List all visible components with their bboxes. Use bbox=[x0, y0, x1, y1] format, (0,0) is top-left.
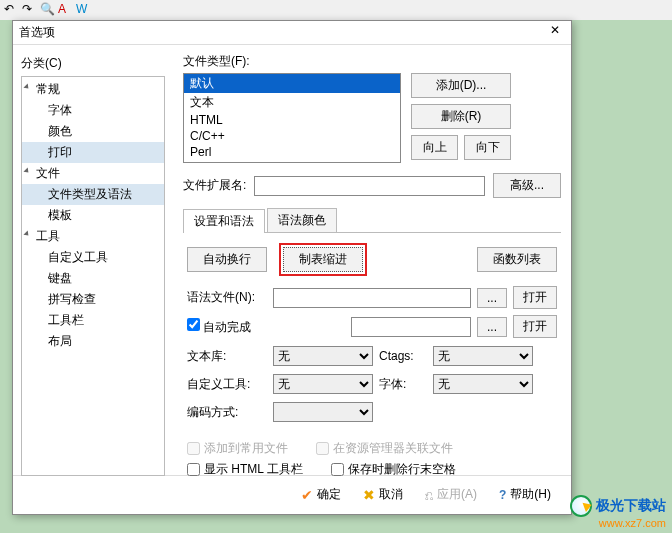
toolbar-icon[interactable]: ↶ bbox=[4, 2, 20, 18]
tree-item-spellcheck[interactable]: 拼写检查 bbox=[22, 289, 164, 310]
tree-item-filetype-syntax[interactable]: 文件类型及语法 bbox=[22, 184, 164, 205]
toolbar-icon[interactable]: ↷ bbox=[22, 2, 38, 18]
title-bar: 首选项 ✕ bbox=[13, 21, 571, 45]
cancel-button[interactable]: ✖ 取消 bbox=[363, 486, 403, 503]
grammar-file-label: 语法文件(N): bbox=[187, 289, 267, 306]
highlight-box: 制表缩进 bbox=[279, 243, 367, 276]
add-common-checkbox: 添加到常用文件 bbox=[187, 440, 288, 457]
font-label: 字体: bbox=[379, 376, 427, 393]
tree-item-color[interactable]: 颜色 bbox=[22, 121, 164, 142]
ext-input[interactable] bbox=[254, 176, 485, 196]
toolbar-icon[interactable]: W bbox=[76, 2, 92, 18]
tab-colors[interactable]: 语法颜色 bbox=[267, 208, 337, 232]
tree-item-file[interactable]: 文件 bbox=[22, 163, 164, 184]
filetype-listbox[interactable]: 默认 文本 HTML C/C++ Perl bbox=[183, 73, 401, 163]
filetype-label: 文件类型(F): bbox=[183, 53, 561, 70]
tree-item-layout[interactable]: 布局 bbox=[22, 331, 164, 352]
check-icon: ✔ bbox=[301, 487, 313, 503]
tree-item-font[interactable]: 字体 bbox=[22, 100, 164, 121]
add-button[interactable]: 添加(D)... bbox=[411, 73, 511, 98]
auto-complete-input[interactable] bbox=[187, 318, 200, 331]
list-item[interactable]: 文本 bbox=[184, 93, 400, 112]
grammar-file-input[interactable] bbox=[273, 288, 471, 308]
settings-pane: 文件类型(F): 默认 文本 HTML C/C++ Perl 添加(D)... … bbox=[173, 45, 571, 475]
category-pane: 分类(C) 常规 字体 颜色 打印 文件 文件类型及语法 模板 工具 自定义工具… bbox=[13, 45, 173, 475]
list-item[interactable]: 默认 bbox=[184, 74, 400, 93]
list-item[interactable]: C/C++ bbox=[184, 128, 400, 144]
help-icon: ? bbox=[499, 488, 506, 502]
tree-item-general[interactable]: 常规 bbox=[22, 79, 164, 100]
category-label: 分类(C) bbox=[21, 55, 165, 72]
tab-indent-button[interactable]: 制表缩进 bbox=[283, 247, 363, 272]
tree-item-tools[interactable]: 工具 bbox=[22, 226, 164, 247]
category-tree[interactable]: 常规 字体 颜色 打印 文件 文件类型及语法 模板 工具 自定义工具 键盘 拼写… bbox=[21, 76, 165, 476]
preferences-dialog: 首选项 ✕ 分类(C) 常规 字体 颜色 打印 文件 文件类型及语法 模板 工具… bbox=[12, 20, 572, 515]
tree-item-custom-tools[interactable]: 自定义工具 bbox=[22, 247, 164, 268]
trim-trailing-checkbox[interactable]: 保存时删除行末空格 bbox=[331, 461, 456, 478]
dialog-title: 首选项 bbox=[19, 24, 55, 41]
toolbar-icon[interactable]: 🔍 bbox=[40, 2, 56, 18]
app-toolbar: ↶ ↷ 🔍 A W bbox=[0, 0, 672, 20]
font-select[interactable]: 无 bbox=[433, 374, 533, 394]
auto-complete-file-input[interactable] bbox=[351, 317, 471, 337]
apply-icon: ⎌ bbox=[425, 487, 433, 503]
text-lib-select[interactable]: 无 bbox=[273, 346, 373, 366]
tab-panel-settings: 自动换行 制表缩进 函数列表 语法文件(N): ... 打开 bbox=[183, 233, 561, 482]
custom-tool-label: 自定义工具: bbox=[187, 376, 267, 393]
x-icon: ✖ bbox=[363, 487, 375, 503]
list-item[interactable]: Perl bbox=[184, 144, 400, 160]
open-autocomplete-button[interactable]: 打开 bbox=[513, 315, 557, 338]
close-icon[interactable]: ✕ bbox=[545, 23, 565, 43]
toolbar-icon[interactable]: A bbox=[58, 2, 74, 18]
delete-button[interactable]: 删除(R) bbox=[411, 104, 511, 129]
tab-settings[interactable]: 设置和语法 bbox=[183, 209, 265, 233]
tree-item-toolbar[interactable]: 工具栏 bbox=[22, 310, 164, 331]
auto-complete-checkbox[interactable]: 自动完成 bbox=[187, 318, 251, 336]
help-button[interactable]: ? 帮助(H) bbox=[499, 486, 551, 503]
open-grammar-button[interactable]: 打开 bbox=[513, 286, 557, 309]
advanced-button[interactable]: 高级... bbox=[493, 173, 561, 198]
browse-grammar-button[interactable]: ... bbox=[477, 288, 507, 308]
tree-item-keyboard[interactable]: 键盘 bbox=[22, 268, 164, 289]
apply-button: ⎌ 应用(A) bbox=[425, 486, 477, 503]
tree-item-print[interactable]: 打印 bbox=[22, 142, 164, 163]
encoding-select[interactable] bbox=[273, 402, 373, 422]
custom-tool-select[interactable]: 无 bbox=[273, 374, 373, 394]
tabs: 设置和语法 语法颜色 bbox=[183, 208, 561, 233]
list-item[interactable]: HTML bbox=[184, 112, 400, 128]
function-list-button[interactable]: 函数列表 bbox=[477, 247, 557, 272]
tree-item-template[interactable]: 模板 bbox=[22, 205, 164, 226]
ok-button[interactable]: ✔ 确定 bbox=[301, 486, 341, 503]
encoding-label: 编码方式: bbox=[187, 404, 267, 421]
auto-wrap-button[interactable]: 自动换行 bbox=[187, 247, 267, 272]
ctags-select[interactable]: 无 bbox=[433, 346, 533, 366]
ext-label: 文件扩展名: bbox=[183, 177, 246, 194]
text-lib-label: 文本库: bbox=[187, 348, 267, 365]
show-html-toolbar-checkbox[interactable]: 显示 HTML 工具栏 bbox=[187, 461, 303, 478]
ctags-label: Ctags: bbox=[379, 349, 427, 363]
move-up-button[interactable]: 向上 bbox=[411, 135, 458, 160]
move-down-button[interactable]: 向下 bbox=[464, 135, 511, 160]
browse-autocomplete-button[interactable]: ... bbox=[477, 317, 507, 337]
assoc-explorer-checkbox: 在资源管理器关联文件 bbox=[316, 440, 453, 457]
